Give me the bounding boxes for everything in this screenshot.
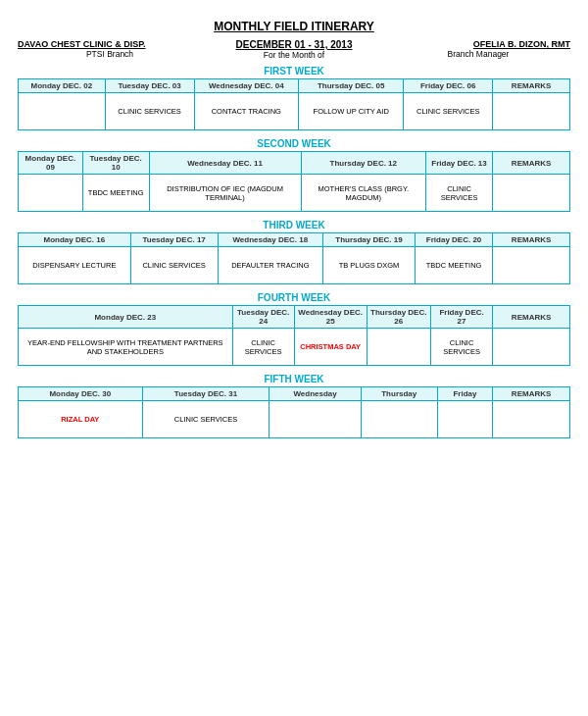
header-right-label: OFELIA B. DIZON, RMT — [386, 39, 570, 49]
cell-2-1: CLINIC SERVICES — [130, 247, 218, 284]
week-title-4: FIFTH WEEK — [18, 370, 570, 386]
header-day-0-1: Tuesday DEC. 03 — [105, 79, 194, 93]
weekly-tables: FIRST WEEKMonday DEC. 02Tuesday DEC. 03W… — [18, 62, 570, 438]
week-title-0: FIRST WEEK — [18, 62, 570, 78]
header-day-0-4: Friday DEC. 06 — [404, 79, 493, 93]
cell-0-1: CLINIC SERVICES — [105, 93, 194, 130]
header-day-0-0: Monday DEC. 02 — [19, 79, 106, 93]
week-title-1: SECOND WEEK — [18, 134, 570, 151]
header-day-1-5: REMARKS — [493, 152, 570, 175]
cell-3-4: CLINIC SERVICES — [430, 329, 492, 366]
cell-4-1: CLINIC SERVICES — [142, 401, 270, 438]
cell-0-0 — [19, 93, 106, 130]
header-day-4-1: Tuesday DEC. 31 — [142, 387, 270, 401]
week-table-4: Monday DEC. 30Tuesday DEC. 31WednesdayTh… — [18, 386, 570, 438]
header-day-3-0: Monday DEC. 23 — [19, 306, 233, 329]
cell-3-0: YEAR-END FELLOWSHIP WITH TREATMENT PARTN… — [19, 329, 233, 366]
cell-4-2 — [270, 401, 361, 438]
header-center-label: DECEMBER 01 - 31, 2013 — [202, 39, 386, 50]
cell-1-1: TBDC MEETING — [82, 175, 149, 212]
cell-3-1: CLINIC SERVICES — [232, 329, 294, 366]
week-title-3: FOURTH WEEK — [18, 288, 570, 305]
cell-2-4: TBDC MEETING — [415, 247, 492, 284]
cell-4-0: RIZAL DAY — [19, 401, 143, 438]
header-day-1-4: Friday DEC. 13 — [425, 152, 492, 175]
header-day-1-0: Monday DEC. 09 — [19, 152, 83, 175]
cell-2-2: DEFAULTER TRACING — [218, 247, 322, 284]
header-day-3-1: Tuesday DEC. 24 — [232, 306, 294, 329]
header: DAVAO CHEST CLINIC & DISP. PTSI Branch D… — [18, 39, 570, 60]
header-day-4-0: Monday DEC. 30 — [19, 387, 143, 401]
header-day-3-4: Friday DEC. 27 — [430, 306, 492, 329]
cell-3-5 — [493, 329, 570, 366]
header-day-1-1: Tuesday DEC. 10 — [82, 152, 149, 175]
header-day-2-5: REMARKS — [493, 233, 570, 247]
main-title: MONTHLY FIELD ITINERARY — [18, 20, 570, 33]
header-left-sub: PTSI Branch — [18, 49, 202, 59]
header-center-sub: For the Month of — [202, 50, 386, 60]
cell-2-3: TB PLUGS DXGM — [323, 247, 416, 284]
header-day-3-5: REMARKS — [493, 306, 570, 329]
cell-2-5 — [493, 247, 570, 284]
header-day-4-4: Friday — [437, 387, 492, 401]
week-table-0: Monday DEC. 02Tuesday DEC. 03Wednesday D… — [18, 78, 570, 130]
cell-1-3: MOTHER'S CLASS (BRGY. MAGDUM) — [301, 175, 425, 212]
week-table-2: Monday DEC. 16Tuesday DEC. 17Wednesday D… — [18, 232, 570, 284]
week-table-3: Monday DEC. 23Tuesday DEC. 24Wednesday D… — [18, 305, 570, 366]
cell-1-0 — [19, 175, 83, 212]
cell-0-5 — [493, 93, 570, 130]
header-day-4-5: REMARKS — [493, 387, 570, 401]
header-day-1-2: Wednesday DEC. 11 — [149, 152, 301, 175]
cell-4-4 — [437, 401, 492, 438]
header-day-2-1: Tuesday DEC. 17 — [130, 233, 218, 247]
week-table-1: Monday DEC. 09Tuesday DEC. 10Wednesday D… — [18, 151, 570, 212]
header-day-2-2: Wednesday DEC. 18 — [218, 233, 322, 247]
header-day-4-2: Wednesday — [270, 387, 361, 401]
header-day-3-3: Thursday DEC. 26 — [367, 306, 430, 329]
cell-1-2: DISTRIBUTION OF IEC (MAGDUM TERMINAL) — [149, 175, 301, 212]
header-day-2-0: Monday DEC. 16 — [19, 233, 131, 247]
week-title-2: THIRD WEEK — [18, 216, 570, 232]
header-day-2-4: Friday DEC. 20 — [415, 233, 492, 247]
header-day-2-3: Thursday DEC. 19 — [323, 233, 416, 247]
cell-3-3 — [367, 329, 430, 366]
cell-0-4: CLINIC SERVICES — [404, 93, 493, 130]
cell-0-2: CONTACT TRACING — [194, 93, 299, 130]
header-day-0-2: Wednesday DEC. 04 — [194, 79, 299, 93]
cell-1-4: CLINIC SERVICES — [425, 175, 492, 212]
cell-0-3: FOLLOW UP CITY AID — [299, 93, 404, 130]
header-day-4-3: Thursday — [361, 387, 437, 401]
header-day-0-3: Thursday DEC. 05 — [299, 79, 404, 93]
header-day-1-3: Thursday DEC. 12 — [301, 152, 425, 175]
header-day-0-5: REMARKS — [493, 79, 570, 93]
cell-4-5 — [493, 401, 570, 438]
cell-1-5 — [493, 175, 570, 212]
header-left-label: DAVAO CHEST CLINIC & DISP. — [18, 39, 202, 49]
header-right-sub: Branch Manager — [386, 49, 570, 59]
header-day-3-2: Wednesday DEC. 25 — [294, 306, 367, 329]
cell-2-0: DISPENSARY LECTURE — [19, 247, 131, 284]
cell-4-3 — [361, 401, 437, 438]
cell-3-2: CHRISTMAS DAY — [294, 329, 367, 366]
